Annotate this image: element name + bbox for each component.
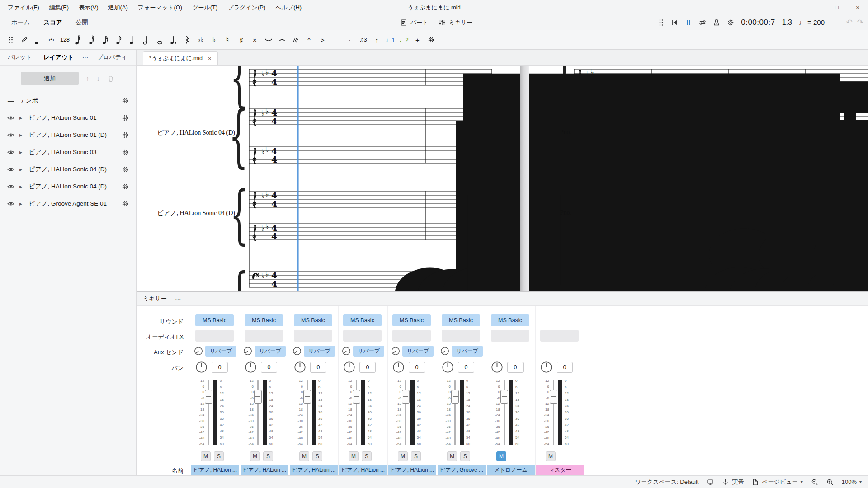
panel-more-icon[interactable]: ⋯ xyxy=(80,54,91,61)
duration-64-button[interactable] xyxy=(72,33,85,47)
undo-button[interactable]: ↶ xyxy=(846,18,853,27)
zoom-level-selector[interactable]: 100% ▾ xyxy=(842,479,862,485)
pan-knob[interactable] xyxy=(442,361,454,373)
pan-knob[interactable] xyxy=(540,361,552,373)
sound-button[interactable]: MS Basic xyxy=(392,314,431,326)
mute-button[interactable]: M xyxy=(546,451,556,461)
visibility-eye-icon[interactable] xyxy=(7,183,14,190)
solo-button[interactable]: S xyxy=(362,451,372,461)
marcato-button[interactable]: ^ xyxy=(302,33,316,47)
sound-button[interactable]: MS Basic xyxy=(343,314,382,326)
channel-name[interactable]: メトロノーム xyxy=(487,465,535,475)
menu-item[interactable]: フォーマット(O) xyxy=(133,1,187,14)
input-note-button[interactable] xyxy=(31,33,44,47)
add-button[interactable]: 追加 xyxy=(21,72,79,85)
layout-item[interactable]: ▶ ピアノ, HALion Sonic 01 (D) xyxy=(0,127,136,144)
tenuto-button[interactable]: – xyxy=(330,33,343,47)
pan-value[interactable]: 0 xyxy=(409,362,425,373)
reverb-button[interactable]: リバーブ xyxy=(452,346,483,357)
part-label[interactable]: ピアノ, HALion Sonic 04 (D) xyxy=(137,209,235,217)
pan-value[interactable]: 0 xyxy=(557,362,573,373)
double-flat-button[interactable]: ♭♭ xyxy=(194,33,207,47)
playback-settings-gear-icon[interactable] xyxy=(727,19,734,26)
display-icon[interactable] xyxy=(707,479,714,486)
slur-button[interactable] xyxy=(275,33,288,47)
pan-value[interactable]: 0 xyxy=(507,362,524,373)
pan-knob[interactable] xyxy=(294,361,306,373)
document-close-icon[interactable]: × xyxy=(208,55,212,62)
duration-8-button[interactable] xyxy=(113,33,126,47)
sound-button[interactable]: MS Basic xyxy=(442,314,480,326)
fader-handle[interactable] xyxy=(205,390,212,404)
aux-send-knob[interactable] xyxy=(342,347,351,356)
aux-send-knob[interactable] xyxy=(391,347,400,356)
sound-button[interactable]: MS Basic xyxy=(491,314,529,326)
maximize-button[interactable]: □ xyxy=(826,0,847,15)
visibility-eye-icon[interactable] xyxy=(7,149,14,156)
mute-button[interactable]: M xyxy=(250,451,260,461)
glissando-button[interactable] xyxy=(289,33,302,47)
duration-128-button[interactable]: 128 xyxy=(58,33,71,47)
sound-button[interactable]: MS Basic xyxy=(294,314,332,326)
fader-handle[interactable] xyxy=(254,390,262,404)
solo-button[interactable]: S xyxy=(411,451,421,461)
menu-item[interactable]: 追加(A) xyxy=(104,1,133,14)
mute-button[interactable]: M xyxy=(496,451,506,461)
toolbar-grip-icon[interactable] xyxy=(4,33,17,47)
audio-fx-slot[interactable] xyxy=(245,330,283,342)
sharp-button[interactable]: ♯ xyxy=(235,33,248,47)
layout-item[interactable]: — テンポ xyxy=(0,92,136,109)
layout-item[interactable]: ▶ ピアノ, HALion Sonic 01 xyxy=(0,109,136,127)
pan-value[interactable]: 0 xyxy=(359,362,376,373)
layout-item[interactable]: ▶ ピアノ, HALion Sonic 03 xyxy=(0,144,136,161)
double-sharp-button[interactable]: × xyxy=(248,33,261,47)
solo-button[interactable]: S xyxy=(312,451,322,461)
audio-fx-slot[interactable] xyxy=(343,330,382,342)
expand-arrow-icon[interactable]: ▶ xyxy=(19,116,24,120)
minimize-button[interactable]: – xyxy=(806,0,826,15)
fader-handle[interactable] xyxy=(550,390,557,404)
menu-item[interactable]: ヘルプ(H) xyxy=(270,1,307,14)
channel-name[interactable]: ピアノ, Groove ... xyxy=(438,465,486,475)
aux-send-knob[interactable] xyxy=(440,347,449,356)
fader-handle[interactable] xyxy=(500,390,508,404)
move-down-icon[interactable]: ↓ xyxy=(97,75,100,82)
rewind-button[interactable] xyxy=(671,19,678,26)
item-settings-gear-icon[interactable] xyxy=(122,131,129,139)
part-label-short[interactable]: Pno. xyxy=(552,209,571,216)
visibility-eye-icon[interactable] xyxy=(7,131,14,139)
redo-button[interactable]: ↷ xyxy=(857,18,863,27)
audio-fx-slot[interactable] xyxy=(442,330,480,342)
tab-home[interactable]: ホーム xyxy=(5,15,37,30)
close-button[interactable]: × xyxy=(847,0,868,15)
item-settings-gear-icon[interactable] xyxy=(122,166,129,173)
tuplet-button[interactable]: ♫3 xyxy=(357,33,370,47)
pan-value[interactable]: 0 xyxy=(261,362,277,373)
sound-button[interactable]: MS Basic xyxy=(245,314,283,326)
mute-button[interactable]: M xyxy=(201,451,211,461)
sound-button[interactable]: MS Basic xyxy=(195,314,234,326)
item-settings-gear-icon[interactable] xyxy=(122,183,129,190)
notehead-mode-button[interactable]: ‹•› xyxy=(45,33,58,47)
natural-button[interactable]: ♮ xyxy=(221,33,234,47)
mute-button[interactable]: M xyxy=(447,451,457,461)
move-up-icon[interactable]: ↑ xyxy=(86,75,90,82)
expand-arrow-icon[interactable]: ▶ xyxy=(19,168,24,172)
playback-cursor[interactable] xyxy=(297,66,299,291)
duration-half-button[interactable] xyxy=(140,33,153,47)
expand-arrow-icon[interactable]: ▶ xyxy=(19,133,24,137)
audio-fx-slot[interactable] xyxy=(392,330,431,342)
item-settings-gear-icon[interactable] xyxy=(122,114,129,122)
pan-knob[interactable] xyxy=(343,361,355,373)
toolbar-settings-gear-icon[interactable] xyxy=(425,33,438,47)
tab-layout[interactable]: レイアウト xyxy=(38,50,80,65)
score-canvas[interactable]: { { { { { { { { xyxy=(137,66,868,291)
channel-name[interactable]: ピアノ, HALion ... xyxy=(388,465,436,475)
pan-knob[interactable] xyxy=(392,361,405,373)
pan-knob[interactable] xyxy=(491,361,503,373)
audio-fx-slot[interactable] xyxy=(294,330,332,342)
reverb-button[interactable]: リバーブ xyxy=(255,346,286,357)
pan-knob[interactable] xyxy=(245,361,257,373)
menu-item[interactable]: ツール(T) xyxy=(187,1,222,14)
pan-value[interactable]: 0 xyxy=(458,362,474,373)
